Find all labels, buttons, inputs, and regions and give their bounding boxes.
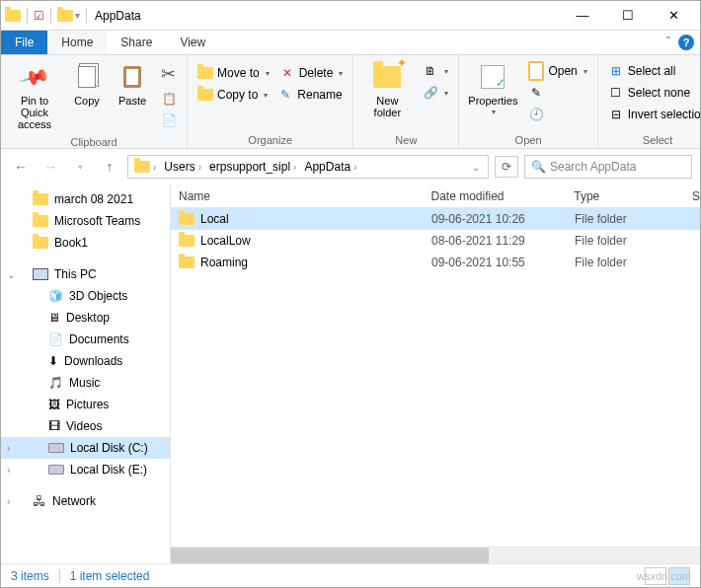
nav-item[interactable]: ⬇Downloads xyxy=(1,350,170,372)
nav-item[interactable]: 🎵Music xyxy=(1,372,170,394)
videos-icon: 🎞 xyxy=(48,419,60,433)
collapse-ribbon-icon[interactable]: ˆ xyxy=(666,36,670,49)
move-to-button[interactable]: Move to▾ xyxy=(194,63,273,83)
downloads-icon: ⬇ xyxy=(48,354,58,368)
ribbon: 📌 Pin to Quick access Copy Paste ✂ 📋 📄 C… xyxy=(1,55,700,149)
search-placeholder: Search AppData xyxy=(550,160,636,174)
tab-home[interactable]: Home xyxy=(47,31,107,54)
column-headers[interactable]: Name Date modified Type S xyxy=(171,184,700,208)
expand-icon[interactable]: › xyxy=(7,443,10,454)
nav-item[interactable]: Microsoft Teams xyxy=(1,210,170,232)
group-open: Properties▾ Open▾ ✎ 🕘 Open xyxy=(459,55,597,148)
select-none-button[interactable]: ☐Select none xyxy=(604,83,701,103)
forward-button[interactable]: → xyxy=(39,155,62,179)
file-name: Roaming xyxy=(200,256,248,269)
file-row[interactable]: Local09-06-2021 10:26File folder xyxy=(171,208,700,230)
nav-item[interactable]: march 08 2021 xyxy=(1,188,170,210)
breadcrumb-item[interactable]: AppData› xyxy=(300,160,360,174)
horizontal-scrollbar[interactable] xyxy=(171,547,700,563)
qat-checkbox-icon[interactable]: ☑ xyxy=(34,9,44,23)
group-label-new: New xyxy=(359,132,452,148)
copy-to-icon xyxy=(197,87,213,103)
nav-this-pc[interactable]: ⌄This PC xyxy=(1,263,170,285)
new-item-button[interactable]: 🗎▾ xyxy=(419,61,452,81)
column-date[interactable]: Date modified xyxy=(431,189,575,203)
delete-button[interactable]: ✕Delete▾ xyxy=(275,63,348,83)
file-type: File folder xyxy=(575,212,693,226)
open-icon xyxy=(528,63,544,79)
nav-item[interactable]: 🎞Videos xyxy=(1,415,170,437)
nav-item[interactable]: 🖼Pictures xyxy=(1,394,170,415)
help-icon[interactable]: ? xyxy=(678,35,694,50)
drive-icon xyxy=(48,443,64,453)
open-button[interactable]: Open▾ xyxy=(524,61,590,81)
folder-icon xyxy=(33,215,48,227)
file-row[interactable]: LocalLow08-06-2021 11:29File folder xyxy=(171,230,700,252)
select-all-button[interactable]: ⊞Select all xyxy=(604,61,701,81)
nav-item[interactable]: 🖥Desktop xyxy=(1,307,170,329)
tab-share[interactable]: Share xyxy=(107,31,166,54)
nav-network[interactable]: ›🖧Network xyxy=(1,490,170,512)
search-input[interactable]: 🔍 Search AppData xyxy=(524,155,692,179)
music-icon: 🎵 xyxy=(48,376,63,390)
qat-folder-icon[interactable] xyxy=(57,10,73,22)
copy-button[interactable]: Copy xyxy=(66,57,108,110)
cut-button[interactable]: ✂ xyxy=(157,61,181,87)
file-type: File folder xyxy=(575,256,693,269)
status-bar: 3 items 1 item selected xyxy=(1,563,700,587)
breadcrumb-bar[interactable]: › Users› erpsupport_sipl› AppData› ⌄ xyxy=(127,155,489,179)
properties-button[interactable]: Properties▾ xyxy=(465,57,520,121)
paste-shortcut-button[interactable]: 📄 xyxy=(157,110,181,130)
expand-icon[interactable]: ⌄ xyxy=(7,269,15,280)
file-date: 09-06-2021 10:55 xyxy=(431,256,575,269)
app-icon xyxy=(5,10,21,22)
copy-to-button[interactable]: Copy to▾ xyxy=(194,85,272,105)
file-name: Local xyxy=(200,212,229,226)
recent-locations-button[interactable]: ▾ xyxy=(68,155,92,179)
copy-path-button[interactable]: 📋 xyxy=(157,89,181,109)
tab-view[interactable]: View xyxy=(166,31,219,54)
easy-access-button[interactable]: 🔗▾ xyxy=(419,83,452,103)
up-button[interactable]: ↑ xyxy=(98,155,121,179)
folder-icon xyxy=(179,257,195,268)
rename-button[interactable]: ✎Rename xyxy=(273,85,346,105)
tab-file[interactable]: File xyxy=(1,31,47,54)
minimize-button[interactable]: ― xyxy=(560,2,605,30)
expand-icon[interactable]: › xyxy=(7,496,10,507)
nav-item[interactable]: Book1 xyxy=(1,232,170,254)
expand-icon[interactable]: › xyxy=(7,465,10,476)
cut-icon: ✂ xyxy=(161,63,176,85)
paste-button[interactable]: Paste xyxy=(112,57,153,110)
window-title: AppData xyxy=(95,9,141,23)
status-selected-count: 1 item selected xyxy=(70,569,150,583)
nav-item-selected[interactable]: ›Local Disk (C:) xyxy=(1,437,170,459)
select-none-icon: ☐ xyxy=(608,85,624,101)
nav-item[interactable]: 🧊3D Objects xyxy=(1,285,170,307)
maximize-button[interactable]: ☐ xyxy=(605,2,651,30)
column-size[interactable]: S xyxy=(692,189,700,203)
file-date: 08-06-2021 11:29 xyxy=(431,234,575,248)
breadcrumb-item[interactable]: erpsupport_sipl› xyxy=(205,160,300,174)
pin-to-quick-access-button[interactable]: 📌 Pin to Quick access xyxy=(7,57,62,134)
edit-button[interactable]: ✎ xyxy=(524,83,590,103)
refresh-button[interactable]: ⟳ xyxy=(495,156,518,178)
breadcrumb-dropdown-icon[interactable]: ⌄ xyxy=(466,162,486,173)
nav-item[interactable]: 📄Documents xyxy=(1,329,170,350)
new-folder-button[interactable]: ✦ New folder xyxy=(359,57,415,122)
file-row[interactable]: Roaming09-06-2021 10:55File folder xyxy=(171,252,700,273)
network-icon: 🖧 xyxy=(33,493,46,509)
back-button[interactable]: ← xyxy=(9,155,33,179)
column-type[interactable]: Type xyxy=(574,189,692,203)
navigation-pane[interactable]: march 08 2021 Microsoft Teams Book1 ⌄Thi… xyxy=(1,184,171,563)
group-select: ⊞Select all ☐Select none ⊟Invert selecti… xyxy=(598,55,701,148)
move-to-icon xyxy=(197,65,213,81)
column-name[interactable]: Name xyxy=(179,189,431,203)
breadcrumb-item[interactable]: Users› xyxy=(160,160,205,174)
easy-access-icon: 🔗 xyxy=(423,85,438,101)
nav-item[interactable]: ›Local Disk (E:) xyxy=(1,459,170,480)
close-button[interactable]: ✕ xyxy=(651,2,696,30)
ribbon-tabs: File Home Share View ˆ ? xyxy=(1,31,700,55)
invert-selection-button[interactable]: ⊟Invert selection xyxy=(604,105,701,124)
folder-icon xyxy=(33,193,48,205)
history-button[interactable]: 🕘 xyxy=(524,105,590,124)
